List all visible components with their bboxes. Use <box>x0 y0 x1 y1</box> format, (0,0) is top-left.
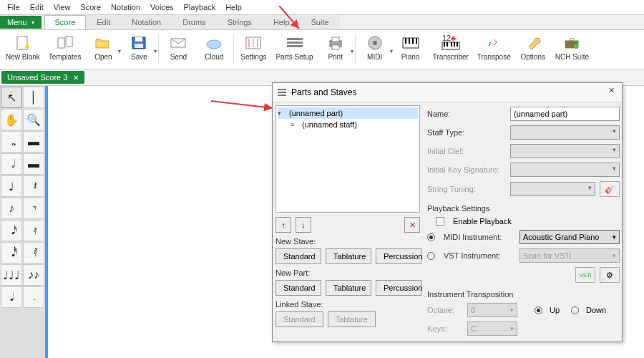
svg-rect-17 <box>332 37 339 42</box>
parts-tree[interactable]: ▾ (unnamed part) ≡ (unnamed staff) <box>275 105 420 213</box>
staff-type-combo[interactable] <box>510 125 620 140</box>
tab-strings[interactable]: Strings <box>217 15 263 29</box>
menu-view[interactable]: View <box>49 1 75 13</box>
staff-type-label: Staff Type: <box>427 128 506 137</box>
toolbar-transcriber[interactable]: 12♣Transcriber <box>429 33 473 62</box>
close-button[interactable]: ✕ <box>605 86 618 99</box>
palette-whole-rest[interactable]: ▬ <box>23 131 44 153</box>
envelope-icon <box>168 34 188 52</box>
palette-dot[interactable]: 𝅭 <box>23 286 44 308</box>
toolbar-nch-suite[interactable]: NCH Suite <box>551 33 593 62</box>
new-stave-tablature-button[interactable]: Tablature <box>326 248 371 264</box>
transpose-up-radio[interactable] <box>535 306 542 314</box>
tab-notation[interactable]: Notation <box>121 15 172 29</box>
palette-half-rest[interactable]: ▬ <box>23 153 44 175</box>
tab-edit[interactable]: Edit <box>86 15 121 29</box>
menu-playback[interactable]: Playback <box>180 1 220 13</box>
toolbar-send[interactable]: Send <box>160 33 196 62</box>
document-tab[interactable]: Unsaved Score 3 ✕ <box>1 71 84 84</box>
new-part-tablature-button[interactable]: Tablature <box>326 280 371 296</box>
tab-help[interactable]: Help <box>263 15 301 29</box>
svg-rect-42 <box>278 95 286 96</box>
palette-zoom-tool[interactable]: 🔍 <box>23 109 44 130</box>
move-down-button[interactable]: ↓ <box>296 217 311 233</box>
palette-eighth-rest[interactable]: 𝄾 <box>23 198 44 219</box>
svg-rect-13 <box>287 38 303 40</box>
toolbar-options[interactable]: Options <box>515 33 551 62</box>
new-part-standard-button[interactable]: Standard <box>275 280 321 296</box>
palette-triplet[interactable]: ♩♩♩ <box>1 264 22 286</box>
menu-voices[interactable]: Voices <box>146 1 177 13</box>
vst-instrument-combo: Scan for VSTi <box>519 248 620 263</box>
palette-sixteenth-note[interactable]: 𝅘𝅥𝅯 <box>1 220 22 241</box>
palette-beam[interactable]: ♪♪ <box>23 264 44 286</box>
palette-quarter-note[interactable]: ♩ <box>1 175 22 197</box>
tree-staff-node[interactable]: ≡ (unnamed staff) <box>278 119 418 130</box>
palette-thirtysecond-note[interactable]: 𝅘𝅥𝅰 <box>1 242 22 263</box>
toolbar-print[interactable]: Print▾ <box>318 33 353 62</box>
transpose-up-label: Up <box>550 306 560 314</box>
dialog-titlebar[interactable]: Parts and Staves ✕ <box>273 83 622 102</box>
palette-dotted[interactable]: 𝅘𝅥. <box>1 286 22 308</box>
svg-rect-18 <box>332 45 339 49</box>
move-up-button[interactable]: ↑ <box>275 217 291 233</box>
palette-quarter-rest[interactable]: 𝄽 <box>23 175 44 197</box>
menu-help[interactable]: Help <box>221 1 246 13</box>
tab-drums[interactable]: Drums <box>172 15 216 29</box>
note-palette: ↖ │ ✋ 🔍 𝅝 ▬ 𝅗𝅥 ▬ ♩ 𝄽 ♪ 𝄾 𝅘𝅥𝅯 𝄿 𝅘𝅥𝅰 𝅀 ♩♩♩… <box>0 86 45 358</box>
menu-file[interactable]: File <box>3 1 24 13</box>
tree-part-node[interactable]: ▾ (unnamed part) <box>278 107 418 119</box>
toolbar-transpose[interactable]: ♪Transpose <box>473 33 515 62</box>
palette-hand-tool[interactable]: ✋ <box>1 109 22 130</box>
name-input[interactable] <box>510 107 620 121</box>
transpose-down-radio[interactable] <box>571 306 579 314</box>
svg-rect-25 <box>416 38 417 44</box>
palette-half-note[interactable]: 𝅗𝅥 <box>1 153 22 175</box>
vst-instrument-radio[interactable] <box>427 252 435 260</box>
toolbar-piano[interactable]: Piano <box>393 33 429 62</box>
enable-playback-checkbox[interactable] <box>436 217 444 226</box>
initial-key-combo <box>510 163 620 177</box>
palette-selection-tool[interactable]: ↖ <box>1 87 22 108</box>
palette-bar-tool[interactable]: │ <box>23 87 44 108</box>
new-stave-percussion-button[interactable]: Percussion <box>376 248 421 264</box>
toolbar-templates[interactable]: Templates <box>44 33 86 62</box>
toolbar-save[interactable]: Save▾ <box>121 33 157 62</box>
toolbar-parts-setup[interactable]: Parts Setup <box>271 33 317 62</box>
toolbar-open[interactable]: Open▾ <box>85 33 121 62</box>
linked-stave-tablature-button[interactable]: Tablature <box>328 311 376 327</box>
svg-point-1 <box>25 44 29 49</box>
page-sparkle-icon <box>13 34 33 52</box>
toolbar-midi[interactable]: MIDI▾ <box>357 33 393 62</box>
playback-settings-title: Playback Settings <box>427 204 620 213</box>
palette-sixteenth-rest[interactable]: 𝄿 <box>23 220 44 241</box>
toolbar-new-blank[interactable]: New Blank <box>1 33 44 62</box>
collapse-icon[interactable]: ▾ <box>278 110 286 117</box>
menu-score[interactable]: Score <box>76 1 105 13</box>
close-icon[interactable]: ✕ <box>73 74 79 82</box>
document-tab-label: Unsaved Score 3 <box>7 73 67 82</box>
toolbar-cloud[interactable]: Cloud <box>196 33 232 62</box>
vsti-settings-button[interactable]: VSTi <box>575 267 595 283</box>
svg-rect-5 <box>135 37 142 42</box>
palette-thirtysecond-rest[interactable]: 𝅀 <box>23 242 44 263</box>
menu-notation[interactable]: Notation <box>107 1 145 13</box>
midi-instrument-radio[interactable] <box>427 233 435 241</box>
wrench-icon <box>523 34 543 52</box>
svg-text:♣: ♣ <box>451 35 456 42</box>
sliders-icon <box>243 34 263 52</box>
tab-score[interactable]: Score <box>44 15 87 29</box>
palette-whole-note[interactable]: 𝅝 <box>1 131 22 153</box>
svg-rect-36 <box>570 39 574 41</box>
midi-instrument-combo[interactable]: Acoustic Grand Piano <box>519 230 620 244</box>
palette-eighth-note[interactable]: ♪ <box>1 198 22 219</box>
linked-stave-standard-button[interactable]: Standard <box>275 311 323 327</box>
initial-clef-label: Initial Clef: <box>427 147 506 155</box>
toolbar-settings[interactable]: Settings <box>235 33 271 62</box>
menu-edit[interactable]: Edit <box>26 1 48 13</box>
new-part-percussion-button[interactable]: Percussion <box>376 280 421 296</box>
new-stave-standard-button[interactable]: Standard <box>275 248 321 264</box>
delete-button[interactable]: ✕ <box>404 217 420 233</box>
menu-button[interactable]: Menu <box>0 16 42 29</box>
tab-suite[interactable]: Suite <box>301 15 340 29</box>
